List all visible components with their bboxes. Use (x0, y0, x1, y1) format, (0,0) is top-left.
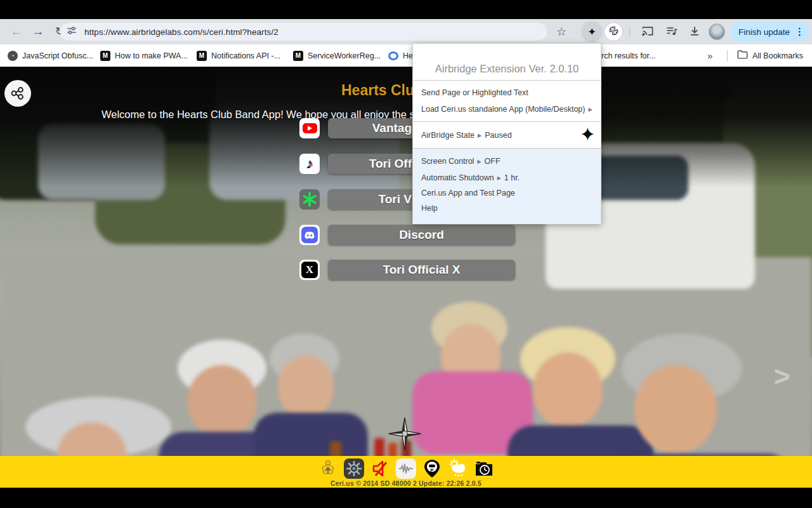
airbridge-star-icon: ✦ (580, 124, 596, 145)
bookmarks-bar: ◔ JavaScript Obfusc... M How to make PWA… (0, 44, 812, 67)
youtube-icon[interactable] (299, 118, 320, 138)
compass-rose-icon (388, 417, 422, 453)
body-posture-icon[interactable] (318, 458, 338, 479)
svg-text:P: P (430, 467, 434, 473)
finish-update-button[interactable]: Finish update ⋮ (730, 22, 809, 42)
waveform-icon[interactable] (396, 458, 416, 479)
browser-toolbar: ← → ↻ https://www.airbridgelabs.com/s/ce… (0, 19, 812, 44)
menu-item-send-page[interactable]: Send Page or Highlighted Text (421, 88, 528, 97)
submenu-arrow-icon: ▶ (477, 159, 481, 164)
link-button-tori-x[interactable]: Tori Official X (328, 260, 515, 280)
link-row: Discord (299, 225, 320, 245)
wheel-settings-icon[interactable] (344, 458, 364, 479)
footer-bar: P Ceri.us © 2014 SD 48000 2 Update: 22:2… (0, 456, 812, 488)
photo-glass (330, 441, 341, 456)
cast-icon[interactable] (641, 25, 655, 39)
link-row: ♪ Tori Off (299, 154, 320, 174)
forward-button[interactable]: → (30, 24, 46, 39)
menu-item-screen-control[interactable]: Screen Control▶OFF (421, 157, 501, 166)
carousel-next-button[interactable]: > (774, 363, 790, 391)
footer-icon-row: P (0, 458, 812, 479)
photo-face (634, 365, 717, 454)
bookmark-star-icon[interactable]: ☆ (554, 25, 568, 39)
menu-item-help[interactable]: Help (421, 204, 438, 213)
media-control-icon[interactable] (665, 25, 679, 39)
menu-item-automatic-shutdown[interactable]: Automatic Shutdown▶1 hr. (421, 173, 520, 182)
globe-icon: ◔ (8, 51, 18, 61)
photo-face (187, 365, 257, 438)
menu-item-airbridge-state[interactable]: AirBridge State▶Paused (421, 131, 512, 140)
tiktok-icon[interactable]: ♪ (299, 154, 320, 174)
puzzle-icon (608, 25, 619, 39)
bookmark-item[interactable]: M Notifications API -... (197, 44, 280, 67)
popup-title: Airbridge Extension Ver. 2.0.10 (413, 63, 601, 75)
webpage-viewport: Hearts Clu Welcome to the Hearts Club Ba… (0, 67, 812, 456)
page-title: Hearts Clu (341, 82, 414, 99)
mute-icon[interactable] (370, 458, 390, 479)
airbridge-extension-popup: Airbridge Extension Ver. 2.0.10 Send Pag… (412, 43, 601, 224)
bookmark-item[interactable]: M ServiceWorkerReg... (293, 44, 381, 67)
menu-item-load-app[interactable]: Load Ceri.us standalone App (Mobile/Desk… (421, 105, 596, 114)
blue-ring-icon (388, 51, 398, 60)
url-text: https://www.airbridgelabs.com/s/ceri.htm… (84, 27, 278, 37)
photo-shirt (508, 425, 653, 456)
screen-bottom-black-strip (0, 488, 812, 508)
submenu-arrow-icon: ▶ (588, 107, 592, 112)
footer-caption: Ceri.us © 2014 SD 48000 2 Update: 22:26 … (0, 479, 812, 487)
all-bookmarks-button[interactable]: All Bookmarks (737, 44, 803, 67)
photo-bottle (374, 438, 384, 456)
bookmark-item[interactable]: ◔ JavaScript Obfusc... (8, 44, 93, 67)
photo-face (533, 352, 603, 429)
share-button[interactable] (4, 80, 31, 107)
mdn-icon: M (197, 51, 207, 61)
finish-update-label: Finish update (738, 27, 790, 37)
bookmark-item[interactable]: rch results for... (601, 44, 655, 67)
extensions-button[interactable] (604, 22, 623, 41)
popup-divider (413, 80, 601, 81)
airbridge-extension-button[interactable]: ✦ (581, 21, 603, 43)
address-bar[interactable]: https://www.airbridgelabs.com/s/ceri.htm… (60, 23, 547, 41)
sparkle-icon: ✦ (587, 25, 596, 39)
menu-item-app-test-page[interactable]: Ceri.us App and Test Page (421, 189, 515, 197)
download-icon[interactable] (688, 25, 702, 39)
bookmark-item[interactable]: He (388, 44, 413, 67)
bookmark-item[interactable]: M How to make PWA... (100, 44, 188, 67)
site-info-icon[interactable] (67, 25, 77, 38)
discord-icon[interactable] (299, 225, 320, 245)
link-row: Vantag (299, 118, 320, 138)
parking-pin-icon[interactable]: P (422, 458, 442, 479)
submenu-arrow-icon: ▶ (497, 175, 501, 181)
popup-divider (413, 148, 601, 149)
mdn-icon: M (100, 51, 110, 61)
link-button-discord[interactable]: Discord (328, 225, 515, 245)
profile-avatar[interactable] (709, 23, 725, 40)
weather-icon[interactable] (448, 458, 468, 479)
photo-face (278, 356, 334, 419)
bookmarks-overflow-chevron[interactable]: » (707, 44, 712, 67)
bookmarks-divider (727, 50, 728, 62)
browser-menu-icon[interactable]: ⋮ (795, 26, 804, 37)
folder-icon (737, 50, 748, 62)
link-row: Tori V (299, 189, 320, 210)
submenu-arrow-icon: ▶ (478, 133, 481, 138)
x-icon[interactable]: X (299, 260, 320, 280)
photo-shirt (254, 413, 368, 456)
green-asterisk-icon[interactable] (299, 189, 320, 210)
timer-camera-icon[interactable] (474, 458, 494, 479)
screen-top-black-strip (0, 0, 812, 19)
back-button[interactable]: ← (9, 24, 24, 39)
link-row: X Tori Official X (299, 260, 320, 280)
share-nodes-icon (10, 85, 26, 102)
popup-divider (413, 121, 601, 122)
mdn-icon: M (293, 51, 303, 61)
toolbar-divider (629, 26, 630, 37)
